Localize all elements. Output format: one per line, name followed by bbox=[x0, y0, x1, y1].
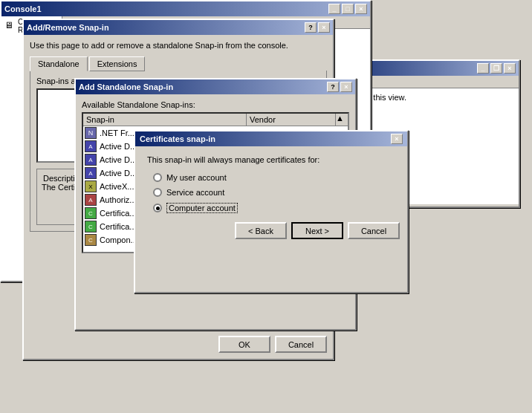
certs-title: Certificates snap-in bbox=[140, 134, 215, 143]
radio-my-user-label: My user account bbox=[166, 173, 227, 182]
radio-computer-btn[interactable] bbox=[153, 204, 162, 212]
activex-icon: X bbox=[85, 181, 97, 192]
console1-controls: _ □ × bbox=[328, 4, 367, 14]
item-name: Authoriz... bbox=[100, 195, 137, 204]
certs-buttons: < Back Next > Cancel bbox=[135, 222, 407, 247]
snap-in-col-header: Snap-in bbox=[83, 114, 247, 126]
list-header-scroll-placeholder: ▲ bbox=[336, 114, 348, 126]
close-button[interactable]: × bbox=[355, 4, 367, 14]
add-remove-description: Use this page to add or remove a standal… bbox=[30, 41, 327, 50]
radio-computer[interactable]: Computer account bbox=[153, 203, 395, 213]
minimize2-button[interactable]: _ bbox=[477, 63, 489, 74]
radio-my-user[interactable]: My user account bbox=[153, 173, 395, 182]
certs-controls: × bbox=[391, 134, 403, 144]
add-standalone-close-button[interactable]: × bbox=[340, 82, 352, 92]
item-name: Compon... bbox=[100, 235, 137, 244]
folder-icon: 🖥 bbox=[4, 20, 16, 32]
restore2-button[interactable]: ❐ bbox=[490, 63, 502, 74]
add-standalone-controls: ? × bbox=[327, 82, 352, 92]
add-standalone-title: Add Standalone Snap-in bbox=[79, 82, 173, 91]
certs-dialog: Certificates snap-in × This snap-in will… bbox=[134, 130, 409, 293]
radio-service-label: Service account bbox=[166, 188, 224, 197]
add-standalone-title-bar: Add Standalone Snap-in ? × bbox=[76, 79, 355, 94]
add-remove-cancel-button[interactable]: Cancel bbox=[275, 336, 327, 353]
radio-my-user-btn[interactable] bbox=[153, 173, 162, 182]
minimize-button[interactable]: _ bbox=[328, 4, 340, 14]
radio-computer-label: Computer account bbox=[166, 203, 238, 213]
maximize-button[interactable]: □ bbox=[342, 4, 354, 14]
tab-extensions[interactable]: Extensions bbox=[89, 56, 146, 71]
certs-description: This snap-in will always manage certific… bbox=[147, 155, 395, 164]
help-button[interactable]: ? bbox=[305, 22, 317, 33]
ad3-icon: A bbox=[85, 167, 97, 179]
certs-content: This snap-in will always manage certific… bbox=[135, 146, 407, 222]
vendor-col-header: Vendor bbox=[247, 114, 336, 126]
add-remove-close-button[interactable]: × bbox=[318, 22, 330, 33]
add-remove-title: Add/Remove Snap-in bbox=[27, 23, 109, 32]
console2-controls: _ ❐ × bbox=[477, 63, 516, 74]
cert2-icon: C bbox=[85, 221, 97, 232]
cancel-button[interactable]: Cancel bbox=[348, 222, 400, 239]
item-name: Active D... bbox=[100, 155, 137, 164]
add-standalone-help-button[interactable]: ? bbox=[327, 82, 339, 92]
add-remove-buttons: OK Cancel bbox=[218, 336, 327, 353]
item-name: Active D... bbox=[100, 142, 137, 151]
list-header: Snap-in Vendor ▲ bbox=[83, 114, 348, 126]
next-button[interactable]: Next > bbox=[291, 222, 343, 239]
net-icon: N bbox=[85, 127, 97, 139]
item-name: Certifica... bbox=[100, 222, 137, 231]
item-name: ActiveX... bbox=[100, 182, 134, 191]
item-name: .NET Fr... bbox=[100, 129, 134, 137]
certs-close-button[interactable]: × bbox=[391, 134, 403, 144]
ad-icon: A bbox=[85, 140, 97, 152]
certs-title-bar: Certificates snap-in × bbox=[135, 131, 407, 146]
radio-service-btn[interactable] bbox=[153, 188, 162, 197]
cert1-icon: C bbox=[85, 207, 97, 219]
comp-icon: C bbox=[85, 234, 97, 246]
back-button[interactable]: < Back bbox=[235, 222, 287, 239]
available-label: Available Standalone Snap-ins: bbox=[82, 100, 349, 109]
console1-title-bar: Console1 _ □ × bbox=[1, 1, 370, 16]
add-remove-title-bar: Add/Remove Snap-in ? × bbox=[24, 20, 333, 35]
console1-title: Console1 bbox=[4, 4, 42, 13]
ad2-icon: A bbox=[85, 154, 97, 166]
add-remove-controls: ? × bbox=[305, 22, 330, 33]
certs-radio-group: My user account Service account Computer… bbox=[153, 173, 395, 213]
ok-button[interactable]: OK bbox=[218, 336, 270, 353]
tab-standalone[interactable]: Standalone bbox=[30, 56, 88, 71]
radio-service[interactable]: Service account bbox=[153, 188, 395, 197]
auth-icon: A bbox=[85, 194, 97, 206]
close2-button[interactable]: × bbox=[504, 63, 516, 74]
item-name: Active D... bbox=[100, 169, 137, 178]
item-name: Certifica... bbox=[100, 209, 137, 218]
tab-bar: Standalone Extensions bbox=[30, 56, 327, 71]
